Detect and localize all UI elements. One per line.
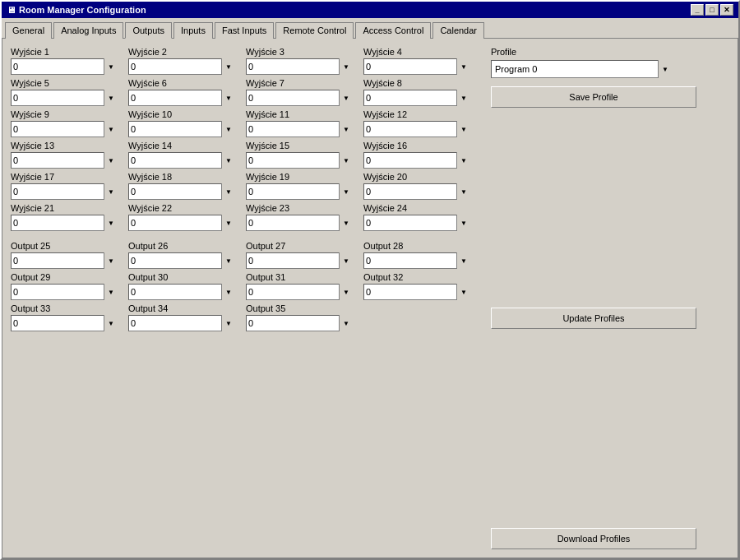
- title-bar-controls: _ □ ✕: [691, 4, 733, 16]
- output-item: Wyjście 150▼: [246, 141, 357, 169]
- close-button[interactable]: ✕: [720, 4, 733, 16]
- main-window: 🖥 Room Manager Configuration _ □ ✕ Gener…: [0, 0, 740, 560]
- output-select[interactable]: 0: [363, 121, 470, 137]
- output-select[interactable]: 0: [128, 90, 235, 106]
- tab-fast-inputs[interactable]: Fast Inputs: [215, 22, 274, 39]
- output-label: Wyjście 7: [246, 78, 357, 88]
- output-select[interactable]: 0: [246, 183, 353, 200]
- output-select-wrapper: 0▼: [128, 121, 235, 137]
- output-label: Wyjście 22: [128, 203, 239, 213]
- output-item: Wyjście 230▼: [246, 203, 357, 231]
- output-select-wrapper: 0▼: [128, 152, 235, 169]
- output-select[interactable]: 0: [363, 58, 470, 75]
- output-item: Output 250▼: [11, 241, 122, 269]
- output-label: Wyjście 6: [128, 78, 239, 88]
- output-item: Wyjście 20▼: [128, 47, 239, 75]
- output-label: Output 34: [128, 303, 239, 313]
- output-select[interactable]: 0: [246, 152, 353, 169]
- output-select[interactable]: 0: [363, 252, 470, 269]
- output-select[interactable]: 0: [128, 183, 235, 200]
- maximize-button[interactable]: □: [705, 4, 719, 16]
- right-panel: Profile Program 0 Program 1 Program 2 ▼ …: [491, 47, 729, 549]
- title-bar-left: 🖥 Room Manager Configuration: [7, 5, 146, 15]
- profile-select[interactable]: Program 0 Program 1 Program 2: [491, 60, 672, 78]
- output-select[interactable]: 0: [11, 215, 118, 231]
- output-select[interactable]: 0: [11, 252, 118, 269]
- window-icon: 🖥: [7, 5, 16, 15]
- output-select-wrapper: 0▼: [11, 121, 118, 137]
- profile-label: Profile: [491, 47, 729, 57]
- output-select[interactable]: 0: [246, 90, 353, 106]
- output-select[interactable]: 0: [363, 183, 470, 200]
- output-select[interactable]: 0: [11, 183, 118, 200]
- output-select-wrapper: 0▼: [363, 152, 470, 169]
- tab-inputs[interactable]: Inputs: [173, 22, 213, 39]
- output-label: Wyjście 5: [11, 78, 122, 88]
- output-select-wrapper: 0▼: [246, 58, 353, 75]
- output-label: Wyjście 24: [363, 203, 474, 213]
- output-select[interactable]: 0: [11, 121, 118, 137]
- output-select[interactable]: 0: [128, 252, 235, 269]
- tab-general[interactable]: General: [5, 22, 52, 39]
- output-select[interactable]: 0: [363, 284, 470, 300]
- tab-remote-control[interactable]: Remote Control: [275, 22, 354, 39]
- save-profile-button[interactable]: Save Profile: [491, 86, 696, 108]
- output-label: Wyjście 13: [11, 141, 122, 150]
- output-label: Wyjście 18: [128, 172, 239, 182]
- output-label: Wyjście 1: [11, 47, 122, 57]
- left-panel: Wyjście 10▼Wyjście 20▼Wyjście 30▼Wyjście…: [11, 47, 474, 549]
- output-select-wrapper: 0▼: [363, 121, 470, 137]
- output-item: Wyjście 60▼: [128, 78, 239, 106]
- minimize-button[interactable]: _: [691, 4, 704, 16]
- tab-access-control[interactable]: Access Control: [355, 22, 431, 39]
- output-label: Output 32: [363, 272, 474, 282]
- output-select[interactable]: 0: [128, 152, 235, 169]
- output-select-wrapper: 0▼: [246, 284, 353, 300]
- tab-calendar[interactable]: Calendar: [432, 22, 484, 39]
- output-label: Wyjście 23: [246, 203, 357, 213]
- output-select[interactable]: 0: [246, 215, 353, 231]
- output-item: Wyjście 10▼: [11, 47, 122, 75]
- output-item: Wyjście 130▼: [11, 141, 122, 169]
- output-item: Wyjście 80▼: [363, 78, 474, 106]
- update-profiles-button[interactable]: Update Profiles: [491, 308, 696, 329]
- output-label: Wyjście 14: [128, 141, 239, 150]
- output-label: Output 28: [363, 241, 474, 251]
- output-select[interactable]: 0: [246, 284, 353, 300]
- output-select-wrapper: 0▼: [128, 58, 235, 75]
- output-label: Wyjście 16: [363, 141, 474, 150]
- output-select[interactable]: 0: [11, 152, 118, 169]
- output-select[interactable]: 0: [246, 315, 353, 331]
- tabs-bar: General Analog Inputs Outputs Inputs Fas…: [2, 18, 738, 38]
- output-select[interactable]: 0: [128, 58, 235, 75]
- output-select[interactable]: 0: [128, 315, 235, 331]
- output-select[interactable]: 0: [11, 90, 118, 106]
- output-item: Wyjście 140▼: [128, 141, 239, 169]
- output-select-wrapper: 0▼: [128, 183, 235, 200]
- output-select[interactable]: 0: [363, 215, 470, 231]
- output-select[interactable]: 0: [128, 121, 235, 137]
- output-item: Wyjście 40▼: [363, 47, 474, 75]
- download-profiles-button[interactable]: Download Profiles: [491, 528, 696, 549]
- output-select[interactable]: 0: [246, 58, 353, 75]
- output-select[interactable]: 0: [128, 284, 235, 300]
- output-select[interactable]: 0: [128, 215, 235, 231]
- output-item: Wyjście 200▼: [363, 172, 474, 200]
- output-label: Wyjście 15: [246, 141, 357, 150]
- output-select[interactable]: 0: [11, 315, 118, 331]
- outputs-grid-bottom: Output 250▼Output 260▼Output 270▼Output …: [11, 241, 474, 331]
- output-select[interactable]: 0: [246, 252, 353, 269]
- tab-analog-inputs[interactable]: Analog Inputs: [53, 22, 123, 39]
- output-select-wrapper: 0▼: [128, 252, 235, 269]
- output-select[interactable]: 0: [11, 58, 118, 75]
- output-label: Output 29: [11, 272, 122, 282]
- output-label: Output 25: [11, 241, 122, 251]
- output-select-wrapper: 0▼: [11, 215, 118, 231]
- output-select[interactable]: 0: [11, 284, 118, 300]
- output-select[interactable]: 0: [363, 152, 470, 169]
- output-select-wrapper: 0▼: [363, 58, 470, 75]
- output-select[interactable]: 0: [363, 90, 470, 106]
- output-select-wrapper: 0▼: [363, 90, 470, 106]
- output-select[interactable]: 0: [246, 121, 353, 137]
- tab-outputs[interactable]: Outputs: [125, 22, 172, 39]
